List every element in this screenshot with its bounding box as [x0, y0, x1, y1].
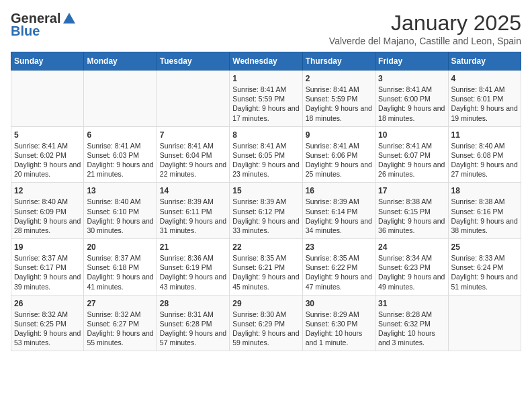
calendar-cell: 12Sunrise: 8:40 AMSunset: 6:09 PMDayligh…: [11, 183, 84, 239]
day-number: 25: [451, 242, 518, 252]
day-info-line: Sunrise: 8:36 AM: [160, 253, 226, 263]
calendar-cell: 5Sunrise: 8:41 AMSunset: 6:02 PMDaylight…: [11, 126, 84, 183]
day-info-line: Sunrise: 8:41 AM: [14, 141, 81, 150]
day-info-line: Daylight: 9 hours and 43 minutes.: [160, 272, 226, 291]
calendar-cell: [448, 295, 521, 351]
calendar-cell: 1Sunrise: 8:41 AMSunset: 5:59 PMDaylight…: [230, 71, 302, 127]
day-info-line: Sunset: 6:01 PM: [451, 94, 518, 103]
day-number: 4: [451, 74, 518, 83]
day-number: 12: [14, 186, 81, 195]
day-info-line: Sunrise: 8:32 AM: [87, 310, 153, 319]
day-info-line: Daylight: 9 hours and 23 minutes.: [232, 160, 299, 179]
day-number: 16: [306, 186, 372, 195]
day-number: 24: [378, 242, 445, 252]
day-info-line: Sunrise: 8:41 AM: [306, 85, 372, 94]
calendar-cell: 20Sunrise: 8:37 AMSunset: 6:18 PMDayligh…: [84, 239, 157, 295]
day-header-thursday: Thursday: [302, 52, 375, 71]
day-info-line: Sunrise: 8:41 AM: [87, 141, 153, 150]
calendar-cell: 7Sunrise: 8:41 AMSunset: 6:04 PMDaylight…: [157, 126, 229, 183]
day-info-line: Daylight: 9 hours and 17 minutes.: [232, 103, 299, 122]
day-info-line: Sunset: 6:28 PM: [160, 319, 226, 328]
day-info-line: Sunset: 6:04 PM: [160, 150, 226, 160]
day-info-line: Sunset: 6:07 PM: [378, 150, 445, 160]
day-info-line: Sunset: 6:21 PM: [232, 263, 299, 272]
day-number: 17: [378, 186, 445, 195]
day-info-line: Sunrise: 8:40 AM: [87, 197, 153, 206]
day-info-line: Sunset: 6:03 PM: [87, 150, 153, 160]
day-number: 15: [232, 186, 299, 195]
calendar-week-row: 5Sunrise: 8:41 AMSunset: 6:02 PMDaylight…: [11, 126, 521, 183]
day-info-line: Sunrise: 8:35 AM: [232, 253, 299, 263]
day-info-line: Sunset: 6:09 PM: [14, 207, 81, 216]
day-info-line: Daylight: 9 hours and 59 minutes.: [232, 328, 299, 347]
calendar-cell: 6Sunrise: 8:41 AMSunset: 6:03 PMDaylight…: [84, 126, 157, 183]
location-title: Valverde del Majano, Castille and Leon, …: [329, 36, 521, 46]
day-info-line: Sunrise: 8:28 AM: [378, 310, 445, 319]
day-info-line: Daylight: 9 hours and 51 minutes.: [451, 272, 518, 291]
day-info-line: Sunset: 6:29 PM: [232, 319, 299, 328]
day-info-line: Sunrise: 8:37 AM: [14, 253, 81, 263]
day-info-line: Daylight: 9 hours and 33 minutes.: [232, 216, 299, 235]
day-info-line: Daylight: 9 hours and 27 minutes.: [451, 160, 518, 179]
day-info-line: Sunset: 6:24 PM: [451, 263, 518, 272]
day-number: 5: [14, 130, 81, 140]
day-number: 1: [232, 74, 299, 83]
calendar-cell: [84, 71, 157, 127]
day-info-line: Sunrise: 8:29 AM: [306, 310, 372, 319]
day-info-line: Daylight: 9 hours and 31 minutes.: [160, 216, 226, 235]
day-info-line: Sunrise: 8:32 AM: [14, 310, 81, 319]
day-info-line: Sunrise: 8:39 AM: [232, 197, 299, 206]
day-info-line: Daylight: 9 hours and 36 minutes.: [378, 216, 445, 235]
day-number: 9: [306, 130, 372, 140]
day-header-tuesday: Tuesday: [157, 52, 229, 71]
day-number: 14: [160, 186, 226, 195]
day-info-line: Daylight: 9 hours and 30 minutes.: [87, 216, 153, 235]
day-number: 6: [87, 130, 153, 140]
day-info-line: Sunset: 6:14 PM: [306, 207, 372, 216]
day-info-line: Daylight: 9 hours and 26 minutes.: [378, 160, 445, 179]
day-info-line: Sunset: 6:22 PM: [306, 263, 372, 272]
day-info-line: Daylight: 9 hours and 53 minutes.: [14, 328, 81, 347]
day-info-line: Sunrise: 8:41 AM: [160, 141, 226, 150]
day-info-line: Sunset: 6:00 PM: [378, 94, 445, 103]
day-info-line: Sunrise: 8:41 AM: [451, 85, 518, 94]
day-info-line: Sunset: 6:08 PM: [451, 150, 518, 160]
day-info-line: Daylight: 9 hours and 19 minutes.: [451, 103, 518, 122]
day-info-line: Sunset: 5:59 PM: [232, 94, 299, 103]
day-info-line: Sunset: 6:32 PM: [378, 319, 445, 328]
day-info-line: Sunset: 6:02 PM: [14, 150, 81, 160]
day-info-line: Sunset: 6:30 PM: [306, 319, 372, 328]
day-info-line: Sunset: 6:25 PM: [14, 319, 81, 328]
calendar-week-row: 19Sunrise: 8:37 AMSunset: 6:17 PMDayligh…: [11, 239, 521, 295]
day-info-line: Daylight: 9 hours and 28 minutes.: [14, 216, 81, 235]
day-info-line: Sunrise: 8:38 AM: [451, 197, 518, 206]
day-number: 10: [378, 130, 445, 140]
calendar-cell: 13Sunrise: 8:40 AMSunset: 6:10 PMDayligh…: [84, 183, 157, 239]
day-info-line: Sunrise: 8:40 AM: [14, 197, 81, 206]
day-info-line: Sunrise: 8:39 AM: [160, 197, 226, 206]
calendar-cell: [11, 71, 84, 127]
day-header-monday: Monday: [84, 52, 157, 71]
day-number: 27: [87, 299, 153, 308]
day-info-line: Sunrise: 8:38 AM: [378, 197, 445, 206]
day-info-line: Sunset: 6:05 PM: [232, 150, 299, 160]
calendar-cell: 2Sunrise: 8:41 AMSunset: 5:59 PMDaylight…: [302, 71, 375, 127]
day-number: 2: [306, 74, 372, 83]
day-info-line: Sunrise: 8:41 AM: [306, 141, 372, 150]
day-header-saturday: Saturday: [448, 52, 521, 71]
calendar-cell: 14Sunrise: 8:39 AMSunset: 6:11 PMDayligh…: [157, 183, 229, 239]
calendar-cell: 19Sunrise: 8:37 AMSunset: 6:17 PMDayligh…: [11, 239, 84, 295]
day-number: 26: [14, 299, 81, 308]
calendar-cell: 25Sunrise: 8:33 AMSunset: 6:24 PMDayligh…: [448, 239, 521, 295]
month-title: January 2025: [329, 11, 521, 36]
calendar-cell: 23Sunrise: 8:35 AMSunset: 6:22 PMDayligh…: [302, 239, 375, 295]
day-info-line: Sunset: 6:19 PM: [160, 263, 226, 272]
day-info-line: Daylight: 9 hours and 45 minutes.: [232, 272, 299, 291]
calendar-cell: 30Sunrise: 8:29 AMSunset: 6:30 PMDayligh…: [302, 295, 375, 351]
calendar-header-row: SundayMondayTuesdayWednesdayThursdayFrid…: [11, 52, 521, 71]
logo-icon: [62, 11, 77, 26]
day-info-line: Sunset: 6:10 PM: [87, 207, 153, 216]
day-info-line: Sunset: 6:17 PM: [14, 263, 81, 272]
day-info-line: Daylight: 9 hours and 18 minutes.: [306, 103, 372, 122]
day-number: 29: [232, 299, 299, 308]
